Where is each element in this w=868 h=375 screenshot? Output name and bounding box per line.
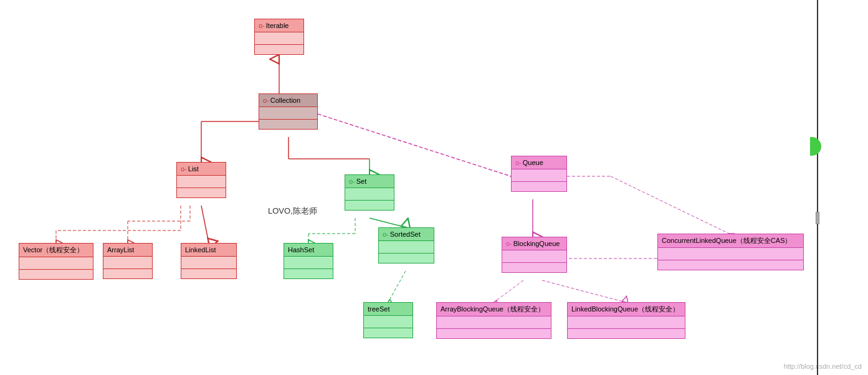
blockingqueue-header: o- BlockingQueue [502, 237, 566, 250]
vector-box: Vector（线程安全） [19, 243, 93, 280]
blockingqueue-footer [502, 262, 566, 272]
arraylist-header: ArrayList [103, 244, 152, 256]
sortedset-box: o- SortedSet [378, 227, 434, 263]
iterable-footer [255, 44, 303, 54]
list-footer [177, 188, 226, 197]
hashset-footer [284, 268, 333, 278]
concurrentlq-box: ConcurrentLinkedQueue（线程安全CAS） [657, 234, 804, 270]
arraybq-name: ArrayBlockingQueue（线程安全） [441, 305, 545, 314]
collection-prefix: o- [263, 97, 269, 104]
vector-footer [19, 269, 93, 279]
sortedset-prefix: o- [383, 230, 389, 238]
right-border [817, 0, 818, 375]
vector-name: Vector（线程安全） [23, 245, 83, 255]
arraybq-body [437, 316, 551, 328]
iterable-name: Iterable [266, 22, 289, 29]
concurrentlq-footer [658, 260, 803, 270]
queue-prefix: o- [515, 159, 522, 166]
queue-body [512, 169, 566, 181]
linkedlist-name: LinkedList [185, 246, 216, 254]
svg-line-32 [542, 280, 625, 302]
collection-footer [259, 119, 317, 129]
collection-body [259, 107, 317, 119]
concurrentlq-body [658, 247, 803, 260]
queue-footer [512, 181, 566, 191]
iterable-prefix: o- [259, 22, 265, 29]
treeset-header: treeSet [364, 303, 413, 315]
iterable-box: o- Iterable [254, 19, 304, 55]
svg-line-27 [388, 271, 406, 302]
svg-line-30 [611, 176, 729, 234]
iterable-body [255, 32, 303, 44]
sortedset-header: o- SortedSet [379, 228, 434, 240]
arraylist-box: ArrayList [103, 243, 153, 279]
set-header: o- Set [345, 175, 394, 188]
set-footer [345, 200, 394, 210]
set-body [345, 188, 394, 200]
list-box: o- List [176, 162, 226, 198]
blockingqueue-body [502, 250, 566, 262]
linkedlist-body [181, 256, 236, 268]
diagram-container: o- Iterable o- Collection o- List o- Set [0, 0, 868, 375]
iterable-header: o- Iterable [255, 19, 303, 32]
linkedlist-box: LinkedList [181, 243, 237, 279]
list-body [177, 175, 226, 188]
scrollbar-thumb[interactable] [816, 212, 819, 224]
hashset-name: HashSet [288, 246, 314, 254]
set-box: o- Set [345, 174, 394, 211]
queue-name: Queue [523, 159, 543, 166]
arrows-svg [0, 0, 868, 375]
sortedset-footer [379, 253, 434, 263]
green-tab-icon[interactable] [810, 137, 821, 156]
treeset-name: treeSet [368, 305, 389, 313]
linkedbq-name: LinkedBlockingQueue（线程安全） [571, 305, 679, 314]
list-name: List [188, 165, 199, 173]
hashset-body [284, 256, 333, 268]
sortedset-body [379, 240, 434, 253]
arraylist-name: ArrayList [107, 246, 134, 254]
treeset-footer [364, 328, 413, 338]
arraylist-footer [103, 268, 152, 278]
arraybq-header: ArrayBlockingQueue（线程安全） [437, 303, 551, 316]
collection-header: o- Collection [259, 94, 317, 107]
blockingqueue-prefix: o- [506, 240, 512, 247]
arraybq-footer [437, 328, 551, 338]
treeset-box: treeSet [363, 302, 413, 338]
watermark: http://blog.csdn.net/cd_cd [784, 363, 862, 370]
linkedlist-footer [181, 268, 236, 278]
arraylist-body [103, 256, 152, 268]
collection-name: Collection [270, 97, 300, 104]
linkedbq-header: LinkedBlockingQueue（线程安全） [568, 303, 685, 316]
sortedset-name: SortedSet [390, 230, 421, 238]
hashset-header: HashSet [284, 244, 333, 256]
vector-header: Vector（线程安全） [19, 244, 93, 257]
queue-header: o- Queue [512, 156, 566, 169]
list-header: o- List [177, 163, 226, 175]
svg-line-26 [370, 218, 406, 227]
set-name: Set [356, 178, 367, 185]
blockingqueue-name: BlockingQueue [513, 240, 560, 247]
svg-line-31 [494, 280, 523, 302]
svg-line-15 [318, 114, 511, 176]
linkedlist-header: LinkedList [181, 244, 236, 256]
set-prefix: o- [349, 178, 355, 185]
collection-box: o- Collection [259, 93, 318, 130]
concurrentlq-name: ConcurrentLinkedQueue（线程安全CAS） [662, 236, 791, 245]
arraybq-box: ArrayBlockingQueue（线程安全） [436, 302, 551, 339]
queue-box: o- Queue [511, 156, 567, 192]
vector-body [19, 257, 93, 269]
linkedbq-footer [568, 328, 685, 338]
treeset-body [364, 315, 413, 328]
concurrentlq-header: ConcurrentLinkedQueue（线程安全CAS） [658, 234, 803, 247]
linkedbq-body [568, 316, 685, 328]
svg-line-22 [201, 206, 209, 243]
linkedbq-box: LinkedBlockingQueue（线程安全） [567, 302, 685, 339]
hashset-box: HashSet [284, 243, 333, 279]
lovo-label: LOVO,陈老师 [268, 206, 317, 217]
blockingqueue-box: o- BlockingQueue [502, 237, 567, 273]
list-prefix: o- [181, 165, 187, 173]
